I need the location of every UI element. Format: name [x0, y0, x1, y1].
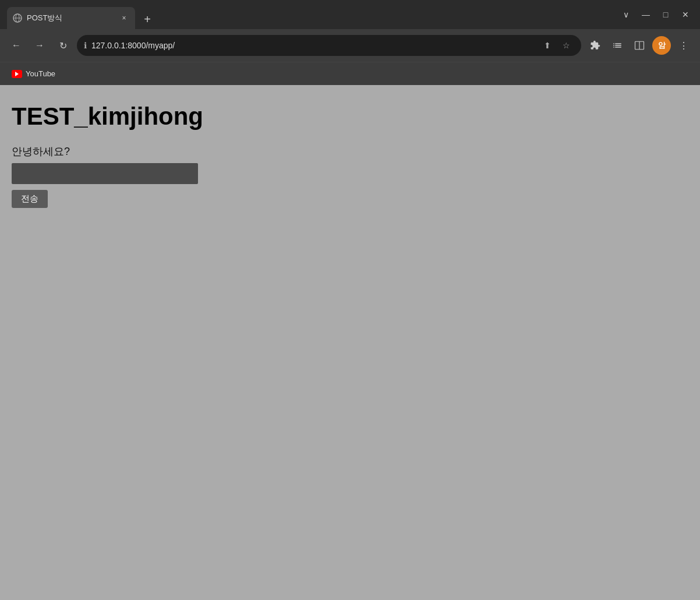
tab-favicon: [13, 13, 22, 23]
bookmarks-bar: YouTube: [0, 62, 700, 85]
bookmark-button[interactable]: ☆: [558, 37, 574, 54]
refresh-button[interactable]: ↻: [54, 36, 72, 55]
url-path: :8000/myapp/: [125, 41, 175, 50]
navigation-bar: ← → ↻ ℹ 127.0.0.1:8000/myapp/ ⬆ ☆: [0, 29, 700, 62]
bookmark-youtube[interactable]: YouTube: [7, 67, 60, 80]
active-tab[interactable]: POST방식 ×: [7, 7, 135, 29]
share-button[interactable]: ⬆: [539, 37, 556, 54]
extensions-button[interactable]: [586, 36, 604, 55]
minimize-button[interactable]: —: [638, 7, 653, 22]
tab-area: POST방식 × +: [7, 0, 618, 29]
address-actions: ⬆ ☆: [539, 37, 574, 54]
menu-button[interactable]: ⋮: [674, 36, 693, 55]
info-icon: ℹ: [84, 41, 87, 50]
split-view-button[interactable]: [630, 36, 649, 55]
url-host: 127.0.0.1: [91, 41, 125, 50]
tab-title: POST방식: [27, 13, 114, 23]
tab-close-button[interactable]: ×: [119, 13, 129, 23]
forward-button[interactable]: →: [30, 36, 49, 55]
submit-button[interactable]: 전송: [12, 190, 48, 208]
bookmark-youtube-label: YouTube: [26, 69, 55, 78]
maximize-button[interactable]: □: [658, 7, 673, 22]
address-bar[interactable]: ℹ 127.0.0.1:8000/myapp/ ⬆ ☆: [77, 35, 581, 56]
toolbar-actions: 암 ⋮: [586, 36, 693, 55]
youtube-icon: [12, 70, 22, 78]
page-content: TEST_kimjihong 안녕하세요? 전송: [0, 85, 700, 600]
form-label: 안녕하세요?: [12, 144, 688, 158]
chevron-down-button[interactable]: ∨: [618, 7, 634, 22]
url-display: 127.0.0.1:8000/myapp/: [91, 41, 535, 50]
tab-organizer-button[interactable]: [608, 36, 627, 55]
page-title: TEST_kimjihong: [12, 103, 688, 130]
form-input[interactable]: [12, 163, 198, 184]
browser-window: POST방식 × + ∨ — □ ✕ ← → ↻ ℹ 127.0.0.1:800…: [0, 0, 700, 600]
close-button[interactable]: ✕: [678, 7, 693, 22]
title-bar: POST방식 × + ∨ — □ ✕: [0, 0, 700, 29]
back-button[interactable]: ←: [7, 36, 26, 55]
new-tab-button[interactable]: +: [137, 9, 157, 29]
profile-button[interactable]: 암: [652, 36, 671, 55]
window-controls: ∨ — □ ✕: [618, 7, 693, 22]
